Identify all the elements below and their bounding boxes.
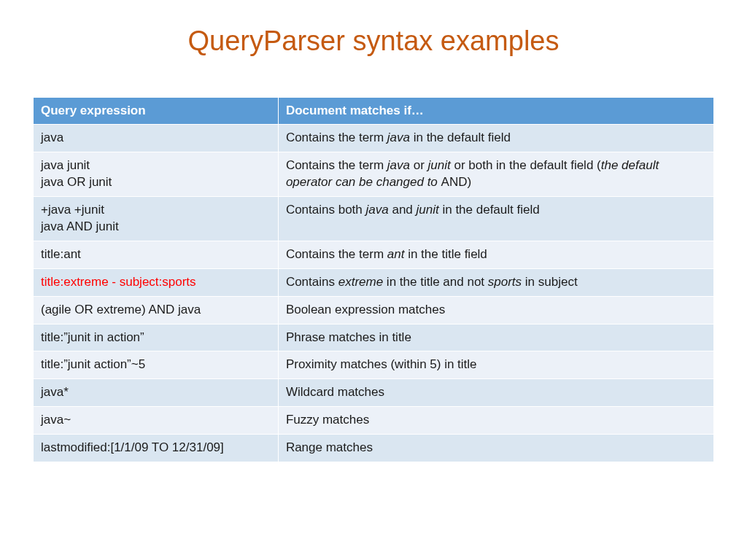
- table-row: javaContains the term java in the defaul…: [34, 125, 714, 152]
- cell-expression: title:”junit in action”: [34, 324, 279, 351]
- cell-expression: +java +junitjava AND junit: [34, 196, 279, 241]
- cell-description: Contains the term java or junit or both …: [278, 152, 713, 196]
- cell-expression: title:ant: [34, 241, 279, 268]
- cell-expression: title:”junit action”~5: [34, 351, 279, 379]
- cell-expression: java~: [34, 407, 279, 435]
- cell-description: Contains the term ant in the title field: [278, 241, 713, 268]
- table-row: (agile OR extreme) AND javaBoolean expre…: [34, 296, 714, 324]
- table-row: java~Fuzzy matches: [34, 407, 714, 435]
- page-title: QueryParser syntax examples: [33, 26, 714, 57]
- table-row: title:antContains the term ant in the ti…: [34, 241, 714, 268]
- table-header-row: Query expression Document matches if…: [34, 98, 714, 125]
- syntax-table: Query expression Document matches if… ja…: [33, 97, 714, 462]
- cell-expression: java: [34, 125, 279, 152]
- cell-description: Wildcard matches: [278, 379, 713, 407]
- col-header-expression: Query expression: [34, 98, 279, 125]
- cell-description: Fuzzy matches: [278, 407, 713, 435]
- table-row: title:”junit action”~5Proximity matches …: [34, 351, 714, 379]
- cell-description: Boolean expression matches: [278, 296, 713, 324]
- table-row: title:extreme - subject:sportsContains e…: [34, 268, 714, 296]
- cell-expression: title:extreme - subject:sports: [34, 268, 279, 296]
- table-row: title:”junit in action”Phrase matches in…: [34, 324, 714, 351]
- cell-expression: java junitjava OR junit: [34, 152, 279, 196]
- table-row: lastmodified:[1/1/09 TO 12/31/09]Range m…: [34, 435, 714, 462]
- cell-description: Contains extreme in the title and not sp…: [278, 268, 713, 296]
- table-row: java*Wildcard matches: [34, 379, 714, 407]
- cell-expression: java*: [34, 379, 279, 407]
- col-header-matches: Document matches if…: [278, 98, 713, 125]
- cell-description: Range matches: [278, 435, 713, 462]
- cell-expression: (agile OR extreme) AND java: [34, 296, 279, 324]
- cell-description: Phrase matches in title: [278, 324, 713, 351]
- table-row: +java +junitjava AND junitContains both …: [34, 196, 714, 241]
- cell-expression: lastmodified:[1/1/09 TO 12/31/09]: [34, 435, 279, 462]
- cell-description: Proximity matches (within 5) in title: [278, 351, 713, 379]
- table-row: java junitjava OR junitContains the term…: [34, 152, 714, 196]
- cell-description: Contains both java and junit in the defa…: [278, 196, 713, 241]
- cell-description: Contains the term java in the default fi…: [278, 125, 713, 152]
